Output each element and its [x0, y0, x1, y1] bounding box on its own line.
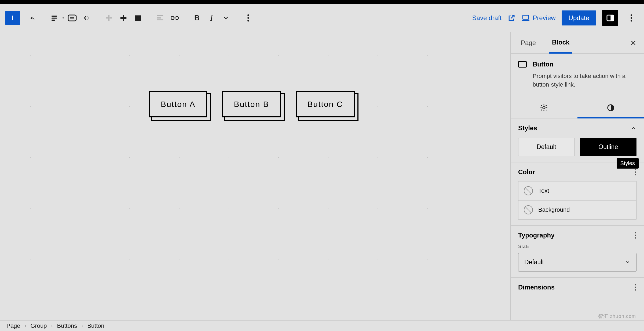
- svg-rect-6: [135, 15, 141, 16]
- external-link-icon: [507, 14, 515, 22]
- bold-button[interactable]: B: [190, 11, 204, 25]
- tab-block[interactable]: Block: [549, 32, 572, 54]
- align-left-icon: [156, 14, 164, 22]
- link-button[interactable]: [167, 11, 182, 25]
- dimensions-options-button[interactable]: [635, 284, 636, 291]
- svg-rect-2: [52, 20, 55, 21]
- link-icon: [171, 14, 179, 22]
- list-icon: [50, 14, 58, 22]
- svg-point-11: [247, 14, 249, 16]
- button-block-icon: [68, 14, 77, 21]
- update-button[interactable]: Update: [562, 10, 596, 25]
- settings-panel-toggle[interactable]: [602, 10, 618, 26]
- italic-icon: I: [210, 13, 213, 23]
- svg-point-12: [247, 17, 249, 19]
- svg-rect-5: [135, 16, 141, 20]
- swatch-none-icon: [524, 186, 533, 195]
- more-vertical-icon: [635, 232, 636, 239]
- svg-point-27: [635, 237, 636, 239]
- svg-point-20: [543, 106, 545, 109]
- watermark: 智汇 zhuon.com: [598, 313, 636, 319]
- typography-options-button[interactable]: [635, 232, 636, 239]
- dimensions-heading: Dimensions: [518, 284, 555, 291]
- svg-point-29: [635, 287, 636, 288]
- plus-icon: [9, 14, 16, 21]
- contrast-icon: [607, 104, 615, 112]
- svg-rect-1: [52, 17, 57, 18]
- more-vertical-icon: [635, 284, 636, 291]
- color-background-row[interactable]: Background: [518, 200, 636, 220]
- chevron-up-icon: [631, 125, 636, 131]
- style-default-option[interactable]: Default: [518, 138, 575, 156]
- more-vertical-icon: [247, 14, 249, 22]
- color-heading: Color: [518, 168, 535, 176]
- separator: [43, 12, 43, 24]
- width-25-icon: [105, 14, 113, 22]
- svg-point-17: [631, 14, 632, 16]
- canvas-button-b[interactable]: Button B: [222, 91, 281, 117]
- svg-point-26: [635, 235, 636, 236]
- align-button[interactable]: [153, 11, 167, 25]
- separator: [186, 12, 186, 24]
- canvas-button-c[interactable]: Button C: [296, 91, 355, 117]
- gear-icon: [540, 104, 548, 112]
- breadcrumb: Page › Group › Buttons › Button: [0, 320, 644, 331]
- chevrons-icon: [83, 14, 90, 22]
- block-type-button[interactable]: [65, 11, 79, 25]
- svg-rect-16: [610, 15, 613, 21]
- more-vertical-icon: [630, 14, 632, 22]
- laptop-icon: [521, 14, 530, 21]
- chevron-right-icon: ›: [81, 323, 83, 329]
- preview-button[interactable]: Preview: [521, 14, 555, 22]
- styles-heading: Styles: [518, 124, 537, 132]
- editor-options-button[interactable]: [624, 11, 639, 25]
- crumb-page[interactable]: Page: [6, 322, 20, 329]
- editor-canvas[interactable]: Button A Button B Button C: [0, 32, 509, 320]
- block-name: Button: [533, 61, 553, 68]
- list-view-button[interactable]: [47, 11, 61, 25]
- undo-button[interactable]: [25, 11, 39, 25]
- svg-point-13: [247, 20, 249, 21]
- bold-icon: B: [194, 14, 200, 22]
- separator: [237, 12, 237, 24]
- crumb-button[interactable]: Button: [87, 322, 104, 329]
- save-draft-button[interactable]: Save draft: [472, 14, 502, 22]
- styles-tooltip: Styles: [617, 158, 639, 169]
- svg-point-18: [631, 17, 632, 19]
- crumb-group[interactable]: Group: [30, 322, 47, 329]
- block-description: Prompt visitors to take action with a bu…: [533, 72, 636, 89]
- canvas-button-a[interactable]: Button A: [149, 91, 207, 117]
- color-text-row[interactable]: Text: [518, 181, 636, 200]
- font-size-select[interactable]: Default: [518, 253, 636, 272]
- subtab-settings[interactable]: [511, 97, 577, 118]
- tab-page[interactable]: Page: [518, 32, 539, 53]
- open-external-button[interactable]: [507, 14, 515, 22]
- styles-toggle[interactable]: [631, 125, 636, 131]
- more-formatting-button[interactable]: [219, 11, 233, 25]
- crumb-buttons[interactable]: Buttons: [57, 322, 77, 329]
- width-default-button[interactable]: [102, 11, 116, 25]
- sidebar-icon: [606, 14, 614, 22]
- block-options-button[interactable]: [241, 11, 255, 25]
- separator: [98, 12, 98, 24]
- add-block-button[interactable]: [5, 11, 20, 25]
- color-options-button[interactable]: [635, 169, 636, 176]
- svg-rect-8: [157, 16, 163, 16]
- button-block-icon: [518, 61, 527, 68]
- svg-rect-9: [157, 17, 161, 18]
- window-blackbar: [0, 0, 644, 4]
- italic-button[interactable]: I: [204, 11, 219, 25]
- more-vertical-icon: [635, 169, 636, 176]
- svg-point-24: [635, 174, 636, 175]
- typography-heading: Typography: [518, 232, 555, 239]
- close-sidebar-button[interactable]: [630, 40, 636, 46]
- dot-separator: [63, 17, 64, 18]
- color-background-label: Background: [538, 206, 570, 213]
- width-full-button[interactable]: [131, 11, 145, 25]
- svg-point-25: [635, 232, 636, 233]
- subtab-styles[interactable]: [577, 97, 644, 118]
- style-outline-option[interactable]: Outline: [580, 138, 637, 156]
- svg-rect-4: [70, 17, 74, 18]
- width-wide-button[interactable]: [116, 11, 131, 25]
- move-block-button[interactable]: [79, 11, 94, 25]
